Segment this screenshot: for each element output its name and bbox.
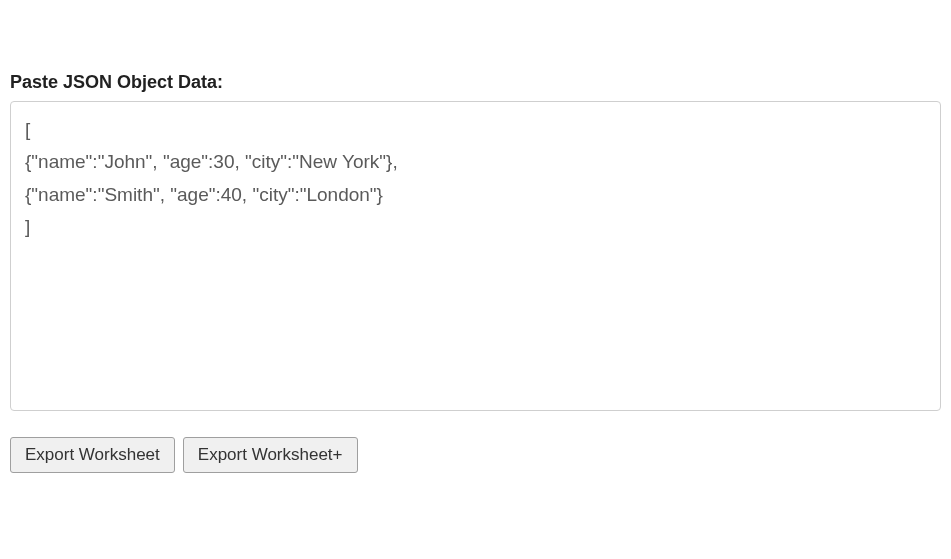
- json-input-label: Paste JSON Object Data:: [10, 72, 941, 93]
- export-worksheet-plus-button[interactable]: Export Worksheet+: [183, 437, 358, 473]
- button-row: Export Worksheet Export Worksheet+: [10, 437, 941, 473]
- main-container: Paste JSON Object Data: Export Worksheet…: [0, 0, 951, 473]
- json-input-textarea[interactable]: [10, 101, 941, 411]
- export-worksheet-button[interactable]: Export Worksheet: [10, 437, 175, 473]
